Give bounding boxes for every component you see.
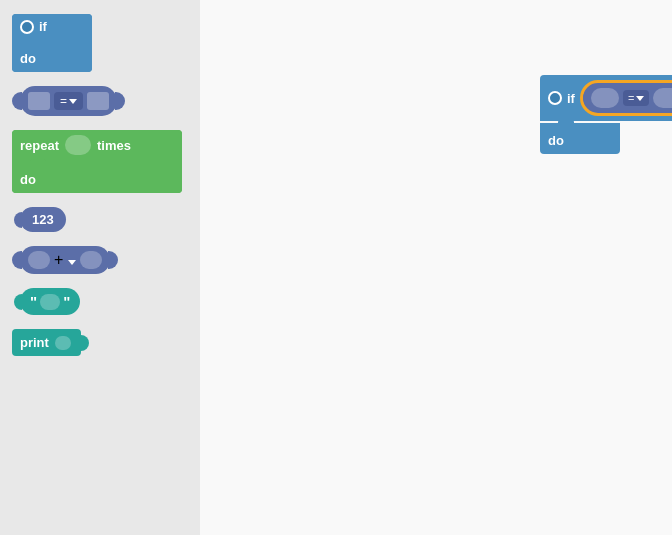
- repeat-block[interactable]: repeat times do: [12, 130, 182, 193]
- canvas-if-bottom: do: [540, 123, 620, 154]
- dropdown-arrow-math-icon: [68, 260, 76, 265]
- canvas-compare-left-slot: [591, 88, 619, 108]
- canvas-operator-label: =: [628, 92, 634, 104]
- canvas-operator-dropdown[interactable]: =: [623, 90, 649, 106]
- print-slot: [55, 336, 71, 350]
- canvas-compare-right-slot: [653, 88, 672, 108]
- main-canvas: if = do: [200, 0, 672, 535]
- compare-block[interactable]: =: [20, 86, 117, 116]
- canvas-if-label: if: [567, 91, 575, 106]
- dropdown-arrow-icon: [69, 99, 77, 104]
- canvas-compare-block[interactable]: =: [580, 80, 672, 116]
- do-label-repeat: do: [20, 172, 36, 187]
- string-prefix: ": [30, 293, 37, 310]
- do-label: do: [20, 51, 36, 66]
- if-label: if: [39, 19, 47, 34]
- operator-label: =: [60, 94, 67, 108]
- print-label: print: [20, 335, 49, 350]
- operator-selector[interactable]: =: [54, 92, 83, 110]
- repeat-label: repeat: [20, 138, 59, 153]
- math-right-slot: [80, 251, 102, 269]
- string-suffix: ": [63, 293, 70, 310]
- math-operator-selector[interactable]: +: [54, 251, 76, 269]
- canvas-do-label: do: [548, 133, 564, 148]
- math-operator-label: +: [54, 251, 63, 268]
- canvas-dropdown-arrow-icon: [636, 96, 644, 101]
- repeat-slot: [65, 135, 91, 155]
- print-block[interactable]: print: [12, 329, 81, 356]
- number-block[interactable]: 123: [20, 207, 66, 232]
- canvas-gear-icon: [548, 91, 562, 105]
- math-block[interactable]: +: [20, 246, 110, 274]
- times-label: times: [97, 138, 131, 153]
- canvas-if-top: if =: [540, 75, 672, 121]
- string-inner-slot: [40, 294, 60, 310]
- blocks-sidebar: if do = repeat times do: [0, 0, 200, 535]
- if-block[interactable]: if do: [12, 14, 92, 72]
- canvas-if-block[interactable]: if = do: [540, 75, 672, 154]
- number-value: 123: [32, 212, 54, 227]
- string-block[interactable]: " ": [20, 288, 80, 315]
- math-left-slot: [28, 251, 50, 269]
- gear-icon: [20, 20, 34, 34]
